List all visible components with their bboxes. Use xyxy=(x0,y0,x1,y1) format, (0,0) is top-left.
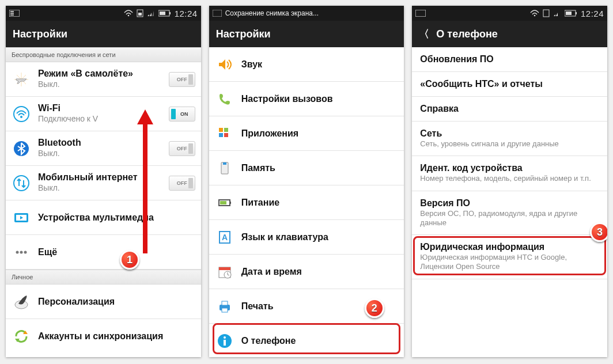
about-list: Обновления ПО «Сообщить HTC» и отчеты Сп… xyxy=(412,47,607,357)
row-sw-version[interactable]: Версия ПО Версия ОС, ПО, радиомодуля, яд… xyxy=(412,191,607,236)
print-icon xyxy=(215,297,234,316)
svg-rect-33 xyxy=(230,202,231,204)
svg-rect-45 xyxy=(224,340,226,346)
brush-icon xyxy=(12,292,31,312)
row-storage[interactable]: Память xyxy=(209,151,404,185)
svg-point-44 xyxy=(224,336,226,339)
row-more[interactable]: Ещё xyxy=(6,235,201,270)
row-updates[interactable]: Обновления ПО xyxy=(412,47,607,72)
row-bluetooth[interactable]: Bluetooth Выкл. OFF xyxy=(6,131,201,166)
svg-point-17 xyxy=(16,251,19,253)
back-icon[interactable]: 〈 xyxy=(419,27,430,41)
sim-icon xyxy=(543,9,550,17)
bluetooth-icon xyxy=(12,139,31,158)
saving-text: Сохранение снимка экрана... xyxy=(225,9,319,17)
step-badge-2: 2 xyxy=(365,298,384,318)
row-network[interactable]: Сеть Сеть, уровень сигнала и другие данн… xyxy=(412,122,607,156)
airplane-toggle[interactable]: OFF xyxy=(169,72,195,87)
row-media[interactable]: Устройства мультимедиа xyxy=(6,200,201,235)
clock: 12:24 xyxy=(581,9,604,18)
signal-icon xyxy=(147,10,155,17)
svg-rect-28 xyxy=(219,133,223,137)
signal-icon xyxy=(553,10,561,17)
apps-icon xyxy=(215,124,234,143)
wifi-toggle[interactable]: ON xyxy=(169,107,195,122)
svg-rect-38 xyxy=(219,267,230,270)
media-icon xyxy=(12,208,31,227)
svg-rect-46 xyxy=(415,10,426,17)
more-icon xyxy=(12,242,31,262)
row-datetime[interactable]: Дата и время xyxy=(209,255,404,289)
row-personalization[interactable]: Персонализация xyxy=(6,285,201,319)
row-airplane[interactable]: Режим «В самолёте» Выкл. OFF xyxy=(6,62,201,97)
svg-rect-6 xyxy=(138,13,142,16)
svg-rect-50 xyxy=(576,12,577,14)
row-sound[interactable]: Звук xyxy=(209,47,404,82)
sim-icon xyxy=(137,9,143,17)
row-wifi[interactable]: Wi-Fi Подключено к V ON xyxy=(6,97,201,131)
svg-point-19 xyxy=(24,251,27,253)
svg-text:A: A xyxy=(222,233,228,242)
language-icon: A xyxy=(215,227,234,247)
row-device-id[interactable]: Идент. код устройства Номер телефона, мо… xyxy=(412,156,607,191)
notification-icon xyxy=(213,10,222,17)
airplane-icon xyxy=(12,70,31,89)
row-about[interactable]: О телефоне xyxy=(209,324,404,357)
settings-list: Беспроводные подключения и сети Режим «В… xyxy=(6,47,201,357)
row-help[interactable]: Справка xyxy=(412,97,607,122)
svg-point-18 xyxy=(20,251,23,253)
data-icon xyxy=(12,173,31,193)
storage-icon xyxy=(215,158,234,178)
phone-icon xyxy=(215,89,234,109)
svg-rect-25 xyxy=(213,10,222,17)
battery-icon xyxy=(158,10,171,17)
sync-icon xyxy=(12,327,31,346)
status-bar: Сохранение снимка экрана... xyxy=(209,6,404,21)
svg-rect-42 xyxy=(222,308,228,312)
wifi-icon xyxy=(124,10,133,17)
row-legal[interactable]: Юридическая информация Юридическая инфор… xyxy=(412,235,607,279)
notification-icon xyxy=(415,10,426,17)
row-mobile-data[interactable]: Мобильный интернет Выкл. OFF xyxy=(6,166,201,200)
battery-icon xyxy=(215,193,234,213)
svg-point-47 xyxy=(534,15,536,17)
data-toggle[interactable]: OFF xyxy=(169,176,195,191)
svg-point-13 xyxy=(14,176,29,191)
screen-title: Настройки xyxy=(6,21,201,47)
row-report-htc[interactable]: «Сообщить HTC» и отчеты xyxy=(412,72,607,97)
info-icon xyxy=(215,331,234,351)
svg-rect-2 xyxy=(10,13,14,14)
svg-rect-48 xyxy=(543,10,549,17)
sound-icon xyxy=(215,55,234,74)
svg-rect-27 xyxy=(224,128,228,132)
row-accounts[interactable]: Аккаунты и синхронизация xyxy=(6,319,201,354)
status-bar: 12:24 xyxy=(6,6,201,21)
svg-rect-34 xyxy=(220,201,226,204)
calendar-icon xyxy=(215,262,234,282)
screen-title[interactable]: 〈 О телефоне xyxy=(412,21,607,47)
row-power[interactable]: Питание xyxy=(209,185,404,220)
wifi-icon xyxy=(12,104,31,124)
battery-icon xyxy=(565,10,577,17)
screenshot-3: 12:24 〈 О телефоне Обновления ПО «Сообщи… xyxy=(412,6,607,357)
step-badge-3: 3 xyxy=(590,222,607,242)
screenshot-2: Сохранение снимка экрана... Настройки Зв… xyxy=(209,6,404,357)
screenshot-1: 12:24 Настройки Беспроводные подключения… xyxy=(6,6,201,357)
notification-icon xyxy=(9,10,20,17)
wifi-icon xyxy=(530,10,539,17)
svg-rect-3 xyxy=(10,14,14,16)
svg-point-4 xyxy=(127,15,129,17)
status-bar: 12:24 xyxy=(412,6,607,21)
svg-point-11 xyxy=(20,116,22,118)
row-calls[interactable]: Настройки вызовов xyxy=(209,82,404,116)
svg-rect-31 xyxy=(223,162,226,165)
svg-rect-1 xyxy=(10,11,14,12)
clock: 12:24 xyxy=(175,9,198,18)
screen-title: Настройки xyxy=(209,21,404,47)
svg-rect-9 xyxy=(160,12,165,15)
bt-toggle[interactable]: OFF xyxy=(169,141,195,156)
svg-rect-8 xyxy=(169,12,171,14)
row-language[interactable]: A Язык и клавиатура xyxy=(209,220,404,255)
section-wireless: Беспроводные подключения и сети xyxy=(6,47,201,62)
row-apps[interactable]: Приложения xyxy=(209,116,404,151)
